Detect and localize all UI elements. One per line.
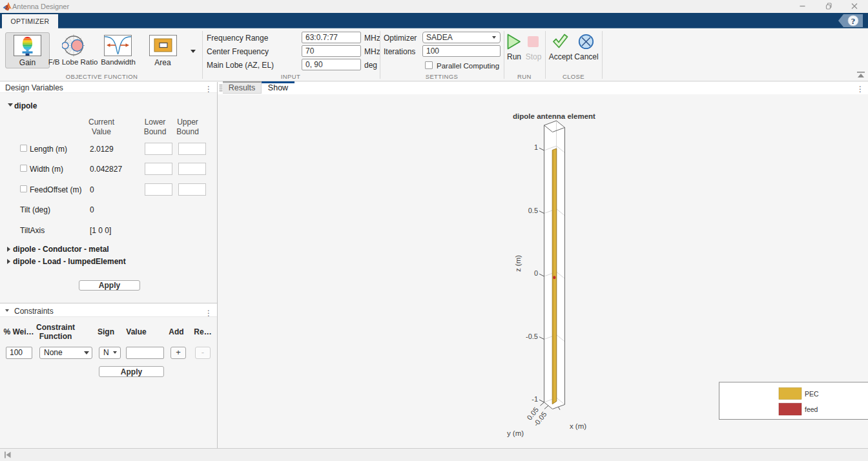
svg-text:dipole antenna element: dipole antenna element [513,112,595,120]
svg-text:PEC: PEC [805,390,819,398]
svg-text:z (m): z (m) [514,255,522,272]
svg-text:-0.5: -0.5 [526,333,538,340]
svg-text:0: 0 [534,269,538,277]
svg-text:x (m): x (m) [570,422,586,430]
svg-text:1: 1 [534,143,538,151]
svg-text:y (m): y (m) [507,429,524,437]
svg-text:feed: feed [805,405,818,413]
svg-text:?: ? [851,16,856,26]
svg-text:-1: -1 [532,395,538,403]
svg-text:0.5: 0.5 [528,207,538,214]
